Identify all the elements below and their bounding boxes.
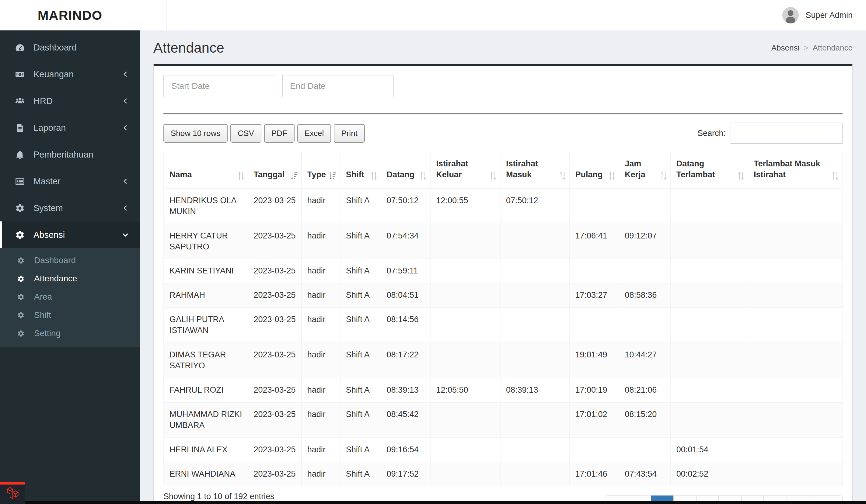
- column-label: Nama: [169, 170, 192, 179]
- excel-button[interactable]: Excel: [297, 124, 331, 143]
- cell-datang: 08:45:42: [381, 402, 431, 438]
- column-header-tanggal[interactable]: Tanggal: [248, 152, 301, 189]
- cell-istirahat-keluar: [430, 462, 500, 486]
- attendance-table: NamaTanggalTypeShiftDatangIstirahat Kelu…: [163, 152, 843, 486]
- submenu-item-label: Dashboard: [34, 256, 76, 265]
- column-header-jam-kerja[interactable]: Jam Kerja: [619, 152, 670, 189]
- cell-tanggal: 2023-03-25: [248, 438, 301, 462]
- cell-datang: 09:16:54: [381, 438, 431, 462]
- chevron-left-icon: [121, 204, 130, 212]
- column-label: Istirahat Masuk: [506, 159, 538, 179]
- cell-jam-kerja: 10:44:27: [619, 343, 670, 378]
- sort-both-icon: [832, 171, 839, 180]
- cell-datang: 07:59:11: [381, 259, 431, 283]
- sidebar-item-label: System: [33, 203, 63, 213]
- cell-istirahat-keluar: [430, 307, 500, 343]
- speedometer-icon: [13, 43, 27, 53]
- column-header-terlambat-masuk-istirahat[interactable]: Terlambat Masuk Istirahat: [748, 152, 842, 189]
- cell-shift: Shift A: [340, 224, 381, 259]
- print-button[interactable]: Print: [334, 124, 365, 143]
- column-header-datang[interactable]: Datang: [381, 152, 431, 189]
- cell-pulang: 17:01:46: [570, 462, 619, 486]
- cell-datang-terlambat: 00:01:54: [671, 438, 748, 462]
- cell-nama: FAHRUL ROZI: [164, 378, 248, 402]
- cell-istirahat-masuk: [500, 343, 569, 378]
- cell-datang: 08:17:22: [381, 343, 431, 378]
- cell-datang-terlambat: [671, 224, 748, 259]
- cell-tanggal: 2023-03-25: [248, 259, 301, 283]
- cell-nama: RAHMAH: [164, 283, 248, 307]
- sidebar-item-laporan[interactable]: Laporan: [0, 114, 140, 141]
- debugbar-toggle[interactable]: [0, 482, 25, 504]
- table-row: KARIN SETIYANI2023-03-25hadirShift A07:5…: [164, 259, 842, 283]
- cell-nama: KARIN SETIYANI: [164, 259, 248, 283]
- submenu-item-absensi-shift[interactable]: Shift: [0, 306, 140, 324]
- user-menu[interactable]: Super Admin: [769, 0, 866, 31]
- start-date-input[interactable]: [163, 75, 275, 97]
- sort-both-icon: [420, 171, 427, 180]
- divider: [163, 113, 843, 114]
- show-10-rows-button[interactable]: Show 10 rows: [163, 124, 227, 143]
- submenu-item-absensi-area[interactable]: Area: [0, 288, 140, 306]
- submenu-item-absensi-attendance[interactable]: Attendance: [0, 269, 140, 288]
- submenu-item-absensi-dashboard[interactable]: Dashboard: [0, 251, 140, 269]
- pdf-button[interactable]: PDF: [264, 124, 295, 143]
- table-row: MUHAMMAD RIZKI UMBARA2023-03-25hadirShif…: [164, 402, 842, 438]
- column-header-type[interactable]: Type: [301, 152, 340, 189]
- debugbar-strip: [0, 501, 866, 504]
- cell-shift: Shift A: [340, 259, 381, 283]
- cell-datang-terlambat: [671, 402, 748, 438]
- table-row: ERNI WAHDIANA2023-03-25hadirShift A09:17…: [164, 462, 842, 486]
- cell-tanggal: 2023-03-25: [248, 189, 301, 224]
- column-header-istirahat-masuk[interactable]: Istirahat Masuk: [500, 152, 569, 189]
- column-label: Jam Kerja: [625, 159, 645, 179]
- end-date-input[interactable]: [282, 75, 394, 97]
- cell-datang: 07:54:34: [381, 224, 431, 259]
- avatar: [782, 7, 799, 23]
- cell-type: hadir: [301, 307, 340, 343]
- sidebar-item-absensi[interactable]: Absensi: [0, 222, 140, 248]
- column-header-datang-terlambat[interactable]: Datang Terlambat: [671, 152, 748, 189]
- breadcrumb-parent-link[interactable]: Absensi: [771, 43, 800, 53]
- sort-both-icon: [370, 171, 378, 180]
- cell-type: hadir: [301, 343, 340, 378]
- breadcrumb-current: Attendance: [812, 43, 853, 53]
- sort-desc-icon: [330, 171, 337, 180]
- table-row: RAHMAH2023-03-25hadirShift A08:04:5117:0…: [164, 283, 842, 307]
- date-filters: [163, 75, 843, 97]
- attendance-card: Show 10 rowsCSVPDFExcelPrint Search: Nam…: [153, 64, 853, 504]
- cell-shift: Shift A: [340, 462, 381, 486]
- sidebar-toggle-button[interactable]: [140, 0, 167, 31]
- cell-type: hadir: [301, 438, 340, 462]
- cell-tanggal: 2023-03-25: [248, 224, 301, 259]
- cell-nama: ERNI WAHDIANA: [164, 462, 248, 486]
- cell-pulang: [570, 307, 619, 343]
- sidebar-item-dashboard[interactable]: Dashboard: [0, 34, 140, 61]
- sidebar-item-master[interactable]: Master: [0, 168, 140, 195]
- sidebar-item-label: Dashboard: [33, 43, 77, 53]
- gear-icon: [17, 330, 28, 337]
- cell-terlambat-masuk-istirahat: [748, 402, 842, 438]
- sidebar-item-keuangan[interactable]: Keuangan: [0, 61, 140, 88]
- submenu-item-absensi-setting[interactable]: Setting: [0, 324, 140, 343]
- sidebar-item-system[interactable]: System: [0, 195, 140, 222]
- cell-nama: HERRY CATUR SAPUTRO: [164, 224, 248, 259]
- column-header-istirahat-keluar[interactable]: Istirahat Keluar: [430, 152, 500, 189]
- csv-button[interactable]: CSV: [230, 124, 261, 143]
- cell-tanggal: 2023-03-25: [248, 402, 301, 438]
- laravel-icon: [5, 487, 20, 502]
- cell-istirahat-keluar: 12:05:50: [430, 378, 500, 402]
- column-header-shift[interactable]: Shift: [340, 152, 381, 189]
- cell-tanggal: 2023-03-25: [248, 307, 301, 343]
- sidebar-item-label: Absensi: [33, 230, 65, 240]
- cell-istirahat-masuk: [500, 259, 569, 283]
- column-header-pulang[interactable]: Pulang: [570, 152, 619, 189]
- cell-istirahat-keluar: [430, 343, 500, 378]
- search-label: Search:: [697, 128, 726, 138]
- brand-logo[interactable]: MARINDO: [0, 0, 140, 31]
- sidebar-item-pemberitahuan[interactable]: Pemberitahuan: [0, 141, 140, 168]
- column-header-nama[interactable]: Nama: [164, 152, 248, 189]
- cell-datang-terlambat: [671, 189, 748, 224]
- sidebar-item-hrd[interactable]: HRD: [0, 88, 140, 114]
- search-input[interactable]: [731, 123, 843, 144]
